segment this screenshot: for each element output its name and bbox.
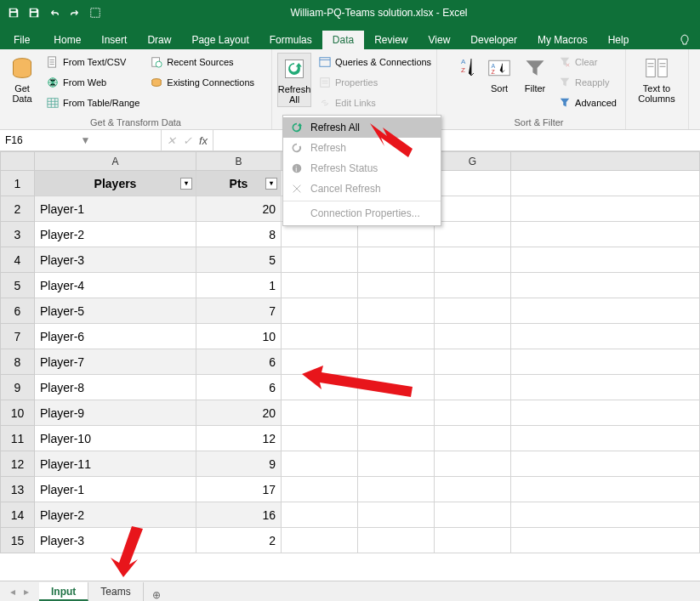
tab-review[interactable]: Review <box>364 31 418 49</box>
svg-text:Z: Z <box>491 69 495 75</box>
table-header-pts[interactable]: Pts▾ <box>196 171 282 196</box>
fx-icon[interactable]: fx <box>199 134 208 147</box>
from-web-button[interactable]: From Web <box>43 73 143 92</box>
sheet-tab-teams[interactable]: Teams <box>88 582 143 601</box>
from-text-csv-button[interactable]: From Text/CSV <box>43 53 143 71</box>
filter-button[interactable]: Filter <box>519 53 551 95</box>
row-header[interactable]: 4 <box>1 247 35 273</box>
ribbon-tabs: File Home Insert Draw Page Layout Formul… <box>0 26 700 49</box>
cell[interactable]: 6 <box>196 349 282 375</box>
tab-help[interactable]: Help <box>598 31 640 49</box>
sort-button[interactable]: AZ Sort <box>483 53 515 95</box>
row-header[interactable]: 7 <box>1 324 35 349</box>
svg-point-6 <box>156 61 162 67</box>
clear-icon <box>558 55 572 69</box>
cell[interactable]: 1 <box>196 273 282 298</box>
tell-me-icon[interactable] <box>669 33 700 49</box>
cell[interactable]: Player-3 <box>35 528 196 553</box>
refresh-all-button[interactable]: Refresh All <box>277 53 311 107</box>
cell[interactable]: 7 <box>196 298 282 324</box>
row-header[interactable]: 15 <box>1 528 35 553</box>
tab-file[interactable]: File <box>0 31 43 49</box>
tab-home[interactable]: Home <box>43 31 91 49</box>
cell[interactable]: 17 <box>196 477 282 502</box>
cell[interactable]: 16 <box>196 502 282 528</box>
cell[interactable]: Player-2 <box>35 222 196 247</box>
cell[interactable]: 9 <box>196 451 282 477</box>
save-as-icon[interactable] <box>27 6 41 20</box>
filter-dropdown-icon[interactable]: ▾ <box>180 178 192 190</box>
row-header[interactable]: 1 <box>1 171 35 196</box>
cell[interactable]: 5 <box>196 247 282 273</box>
col-header[interactable]: A <box>35 152 196 171</box>
tab-view[interactable]: View <box>418 31 461 49</box>
cell[interactable]: 20 <box>196 196 282 222</box>
redo-icon[interactable] <box>68 6 82 20</box>
cell[interactable]: 2 <box>196 528 282 553</box>
sheet-tab-input[interactable]: Input <box>39 582 88 601</box>
filter-dropdown-icon[interactable]: ▾ <box>265 178 277 190</box>
text-to-columns-button[interactable]: Text to Columns <box>631 53 682 105</box>
text-file-icon <box>46 55 60 69</box>
get-data-button[interactable]: Get Data <box>5 53 39 105</box>
add-sheet-button[interactable]: ⊕ <box>144 589 169 601</box>
cell[interactable]: Player-10 <box>35 426 196 451</box>
cell[interactable]: 8 <box>196 222 282 247</box>
tab-page-layout[interactable]: Page Layout <box>181 31 259 49</box>
tab-insert[interactable]: Insert <box>91 31 137 49</box>
save-icon[interactable] <box>7 6 20 20</box>
row-header[interactable]: 10 <box>1 400 35 426</box>
col-header[interactable]: G <box>435 152 511 171</box>
existing-connections-button[interactable]: Existing Connections <box>146 73 258 92</box>
sort-az-button[interactable]: AZ <box>458 53 480 83</box>
tab-developer[interactable]: Developer <box>460 31 527 49</box>
group-sort-filter: AZ AZ Sort Filter Clear Reapply Advanced… <box>452 49 626 129</box>
cell[interactable]: Player-9 <box>35 400 196 426</box>
cell[interactable]: Player-3 <box>35 247 196 273</box>
row-header[interactable]: 12 <box>1 451 35 477</box>
refresh-icon <box>290 141 304 155</box>
undo-icon[interactable] <box>48 6 61 20</box>
cell[interactable]: Player-1 <box>35 196 196 222</box>
cell[interactable]: Player-5 <box>35 298 196 324</box>
table-header-players[interactable]: Players▾ <box>35 171 196 196</box>
row-header[interactable]: 13 <box>1 477 35 502</box>
select-all-corner[interactable] <box>1 152 35 171</box>
col-header[interactable]: B <box>196 152 282 171</box>
row-header[interactable]: 8 <box>1 349 35 375</box>
advanced-button[interactable]: Advanced <box>555 94 620 112</box>
cell[interactable]: 20 <box>196 400 282 426</box>
recent-sources-button[interactable]: Recent Sources <box>146 53 258 71</box>
cell[interactable]: Player-7 <box>35 349 196 375</box>
tab-draw[interactable]: Draw <box>137 31 181 49</box>
tab-my-macros[interactable]: My Macros <box>527 31 598 49</box>
chevron-down-icon[interactable]: ▼ <box>81 134 157 146</box>
cell[interactable]: 12 <box>196 426 282 451</box>
from-table-button[interactable]: From Table/Range <box>43 94 143 112</box>
cell[interactable]: Player-2 <box>35 502 196 528</box>
row-header[interactable]: 11 <box>1 426 35 451</box>
snip-icon[interactable] <box>88 6 102 20</box>
tab-formulas[interactable]: Formulas <box>259 31 322 49</box>
row-header[interactable]: 2 <box>1 196 35 222</box>
cell[interactable]: Player-8 <box>35 375 196 400</box>
svg-rect-4 <box>48 99 58 108</box>
cell[interactable]: Player-1 <box>35 477 196 502</box>
cell[interactable]: 10 <box>196 324 282 349</box>
row-header[interactable]: 14 <box>1 502 35 528</box>
menu-refresh-all[interactable]: Refresh All <box>283 117 441 138</box>
name-box[interactable]: F16▼ <box>0 130 162 150</box>
row-header[interactable]: 5 <box>1 273 35 298</box>
svg-text:A: A <box>461 58 466 65</box>
cell[interactable]: Player-11 <box>35 451 196 477</box>
row-header[interactable]: 6 <box>1 298 35 324</box>
sheet-nav[interactable]: ◂▸ <box>0 586 39 598</box>
row-header[interactable]: 9 <box>1 375 35 400</box>
cell[interactable]: Player-4 <box>35 273 196 298</box>
cell[interactable]: 6 <box>196 375 282 400</box>
refresh-dropdown: Refresh All Refresh iRefresh Status Canc… <box>282 115 441 226</box>
queries-connections-button[interactable]: Queries & Connections <box>315 53 435 71</box>
row-header[interactable]: 3 <box>1 222 35 247</box>
tab-data[interactable]: Data <box>322 31 364 49</box>
cell[interactable]: Player-6 <box>35 324 196 349</box>
